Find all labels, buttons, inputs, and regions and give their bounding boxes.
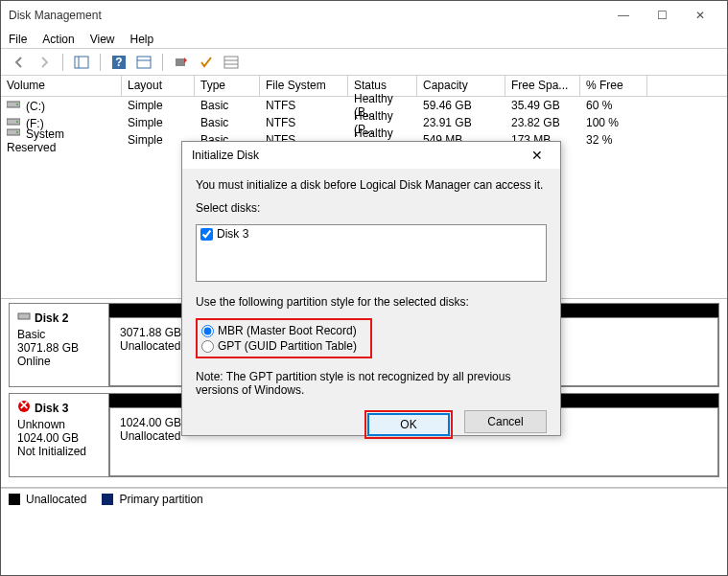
title-bar: Disk Management — ☐ ✕ xyxy=(1,1,727,30)
svg-rect-7 xyxy=(224,57,238,68)
menu-bar: File Action View Help xyxy=(1,30,727,49)
back-button[interactable] xyxy=(9,52,30,73)
menu-action[interactable]: Action xyxy=(42,33,74,46)
minimize-button[interactable]: — xyxy=(604,2,643,29)
partition-style-group: MBR (Master Boot Record) GPT (GUID Parti… xyxy=(196,318,372,358)
svg-text:?: ? xyxy=(115,56,122,69)
cancel-button[interactable]: Cancel xyxy=(464,410,547,433)
menu-file[interactable]: File xyxy=(9,33,27,46)
gpt-radio[interactable] xyxy=(201,340,214,353)
initialize-disk-dialog: Initialize Disk ✕ You must initialize a … xyxy=(181,141,561,436)
disk-label: ✕Disk 3Unknown1024.00 GBNot Initialized xyxy=(10,394,109,476)
ok-button[interactable]: OK xyxy=(367,413,450,436)
help-icon[interactable]: ? xyxy=(108,52,129,73)
window-title: Disk Management xyxy=(9,9,604,22)
toolbar: ? xyxy=(1,49,727,76)
disk-label: Disk 2Basic3071.88 GBOnline xyxy=(10,304,109,386)
dialog-note: Note: The GPT partition style is not rec… xyxy=(196,370,547,397)
disk-icon xyxy=(17,310,31,326)
svg-point-11 xyxy=(16,104,18,105)
gpt-radio-label[interactable]: GPT (GUID Partition Table) xyxy=(201,339,366,353)
apply-icon[interactable] xyxy=(196,52,217,73)
svg-point-13 xyxy=(16,121,18,123)
disk3-checkbox[interactable] xyxy=(200,228,213,241)
legend: Unallocated Primary partition xyxy=(1,488,727,509)
svg-rect-4 xyxy=(137,57,151,68)
svg-rect-0 xyxy=(75,57,88,68)
col-volume[interactable]: Volume xyxy=(1,76,122,96)
select-disks-label: Select disks: xyxy=(196,201,547,215)
dialog-title: Initialize Disk xyxy=(192,149,524,162)
legend-primary: Primary partition xyxy=(102,493,202,506)
error-icon: ✕ xyxy=(17,400,31,416)
settings-icon[interactable] xyxy=(133,52,154,73)
svg-point-15 xyxy=(16,131,18,133)
disk-select-list[interactable]: Disk 3 xyxy=(196,224,547,282)
svg-rect-6 xyxy=(176,58,185,66)
menu-help[interactable]: Help xyxy=(130,33,154,46)
col-layout[interactable]: Layout xyxy=(122,76,195,96)
col-free-space[interactable]: Free Spa... xyxy=(505,76,580,96)
col-pct-free[interactable]: % Free xyxy=(580,76,647,96)
maximize-button[interactable]: ☐ xyxy=(643,2,681,29)
col-filesystem[interactable]: File System xyxy=(260,76,348,96)
dialog-message: You must initialize a disk before Logica… xyxy=(196,178,547,192)
primary-swatch-icon xyxy=(102,494,113,505)
dialog-title-bar: Initialize Disk ✕ xyxy=(182,142,560,169)
drive-icon xyxy=(7,127,22,138)
legend-unallocated: Unallocated xyxy=(9,493,86,506)
partition-style-label: Use the following partition style for th… xyxy=(196,295,547,309)
disk-checkbox-item[interactable]: Disk 3 xyxy=(200,227,542,241)
show-hide-console-tree-icon[interactable] xyxy=(71,52,92,73)
svg-text:✕: ✕ xyxy=(19,400,29,412)
refresh-icon[interactable] xyxy=(171,52,192,73)
unallocated-swatch-icon xyxy=(9,494,20,505)
col-capacity[interactable]: Capacity xyxy=(417,76,505,96)
close-button[interactable]: ✕ xyxy=(681,2,719,29)
mbr-radio-label[interactable]: MBR (Master Boot Record) xyxy=(201,324,366,337)
ok-highlight: OK xyxy=(364,410,453,439)
forward-button[interactable] xyxy=(34,52,55,73)
mbr-radio[interactable] xyxy=(201,325,214,337)
menu-view[interactable]: View xyxy=(90,33,115,46)
dialog-close-button[interactable]: ✕ xyxy=(524,144,551,167)
col-type[interactable]: Type xyxy=(195,76,260,96)
drive-icon xyxy=(7,99,22,110)
svg-rect-16 xyxy=(18,313,30,319)
list-icon[interactable] xyxy=(221,52,242,73)
